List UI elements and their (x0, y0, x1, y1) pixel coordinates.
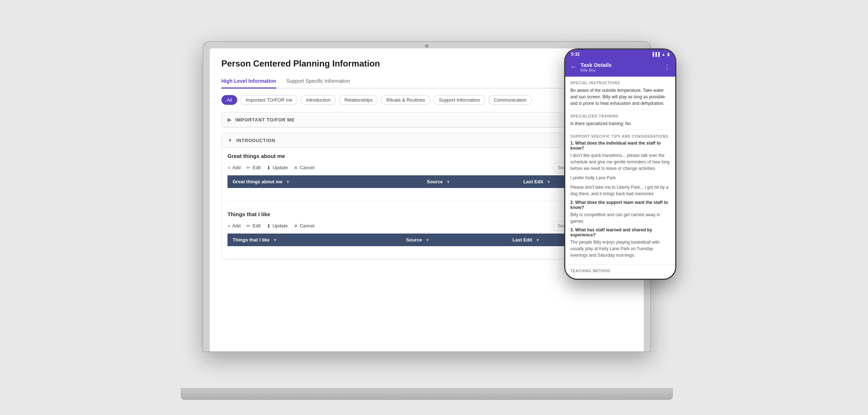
add-things-button[interactable]: + Add (227, 223, 241, 229)
edit-icon: ✏ (246, 165, 251, 171)
answer-3a: The people Billy enjoys playing basketba… (570, 239, 670, 258)
question-2: 2. What does the support team want the s… (570, 200, 670, 210)
answer-1a: I don't like quick transitions... please… (570, 152, 670, 172)
answer-1c: Please don't take me to Liberty Park... … (570, 184, 670, 197)
question-3: 3. What has staff learned and shared by … (570, 227, 670, 238)
edit-things-button[interactable]: ✏ Edit (246, 223, 260, 229)
filter-icon[interactable]: ▼ (273, 238, 277, 242)
filter-icon[interactable]: ▼ (286, 180, 290, 184)
phone-frame: 5:32 ▐▐▐ ▲ ▮ ← Task Details Billy Boy ⋮ (564, 48, 676, 280)
teaching-method-label: TEACHING METHOD (570, 269, 670, 273)
update-things-button[interactable]: ⬇ Update (267, 223, 288, 229)
col-things-i-like: Things that I like ▼ (227, 234, 401, 246)
filter-important[interactable]: Important TO/FOR me (240, 95, 298, 105)
update-great-things-button[interactable]: ⬇ Update (267, 165, 288, 171)
plus-icon: + (227, 223, 230, 229)
save-icon: ⬇ (267, 165, 271, 171)
cancel-things-button[interactable]: ✕ Cancel (294, 223, 314, 229)
important-section-title: IMPORTANT TO/FOR ME (235, 117, 295, 123)
phone-time: 5:32 (571, 52, 580, 57)
question-1: 1. What does the individual want the sta… (570, 141, 670, 151)
col-great-things: Great things about me ▼ (227, 175, 422, 188)
filter-introduction[interactable]: Introduction (301, 95, 336, 105)
add-great-things-button[interactable]: + Add (227, 165, 241, 171)
chevron-right-icon: ▶ (227, 117, 232, 123)
tab-high-level[interactable]: High Level Information (221, 76, 276, 89)
specialized-training-text: Is there specialized training: No (570, 120, 670, 127)
col-source-1: Source ▼ (422, 175, 518, 188)
phone-status-bar: 5:32 ▐▐▐ ▲ ▮ (565, 50, 675, 59)
phone-subtitle: Billy Boy (580, 68, 660, 72)
special-instructions-text: Be aware of the outside temperature. Tak… (570, 87, 670, 107)
answer-1b: I prefer Kelly Lane Park (570, 175, 670, 181)
specialized-training-section: SPECIALIZED TRAINING Is there specialize… (565, 110, 675, 130)
back-button[interactable]: ← (570, 63, 577, 71)
phone-body[interactable]: SPECIAL INSTRUCTIONS Be aware of the out… (565, 77, 675, 273)
edit-icon: ✏ (246, 223, 251, 229)
chevron-down-icon: ▼ (227, 137, 233, 143)
phone-title: Task Details (580, 62, 660, 68)
introduction-section-title: INTRODUCTION (237, 138, 275, 143)
cancel-icon: ✕ (294, 223, 298, 229)
special-instructions-label: SPECIAL INSTRUCTIONS (570, 81, 670, 85)
support-tips-section: SUPPORT SPECIFIC TIPS AND CONSIDERATIONS… (565, 130, 675, 265)
cancel-great-things-button[interactable]: ✕ Cancel (294, 165, 314, 171)
filter-rituals[interactable]: Rituals & Routines (381, 95, 430, 105)
col-source-2: Source ▼ (401, 234, 507, 246)
wifi-icon: ▲ (661, 52, 665, 56)
tab-support-specific[interactable]: Support Specific Information (286, 76, 350, 89)
answer-2a: Billy is competitive and can get carried… (570, 211, 670, 224)
filter-icon[interactable]: ▼ (425, 238, 429, 242)
filter-icon[interactable]: ▼ (536, 238, 540, 242)
specialized-training-label: SPECIALIZED TRAINING (570, 114, 670, 118)
phone-header-title-area: Task Details Billy Boy (580, 62, 660, 72)
edit-great-things-button[interactable]: ✏ Edit (246, 165, 260, 171)
phone-header: ← Task Details Billy Boy ⋮ (565, 59, 675, 77)
special-instructions-section: SPECIAL INSTRUCTIONS Be aware of the out… (565, 77, 675, 110)
filter-icon[interactable]: ▼ (547, 180, 551, 184)
teaching-method-section: TEACHING METHOD Verbal Prompts Verbal pr… (565, 265, 675, 273)
filter-relationships[interactable]: Relationships (339, 95, 378, 105)
phone-frame-wrapper: 5:32 ▐▐▐ ▲ ▮ ← Task Details Billy Boy ⋮ (564, 48, 676, 280)
plus-icon: + (227, 165, 230, 171)
filter-communication[interactable]: Communication (488, 95, 532, 105)
filter-support-info[interactable]: Support Information (433, 95, 485, 105)
more-options-button[interactable]: ⋮ (664, 63, 670, 71)
save-icon: ⬇ (267, 223, 271, 229)
filter-all[interactable]: All (221, 95, 237, 105)
support-tips-label: SUPPORT SPECIFIC TIPS AND CONSIDERATIONS (570, 134, 670, 138)
phone-status-icons: ▐▐▐ ▲ ▮ (651, 52, 669, 57)
signal-icon: ▐▐▐ (651, 52, 660, 56)
battery-icon: ▮ (667, 52, 669, 57)
cancel-icon: ✕ (294, 165, 298, 171)
filter-icon[interactable]: ▼ (446, 180, 450, 184)
